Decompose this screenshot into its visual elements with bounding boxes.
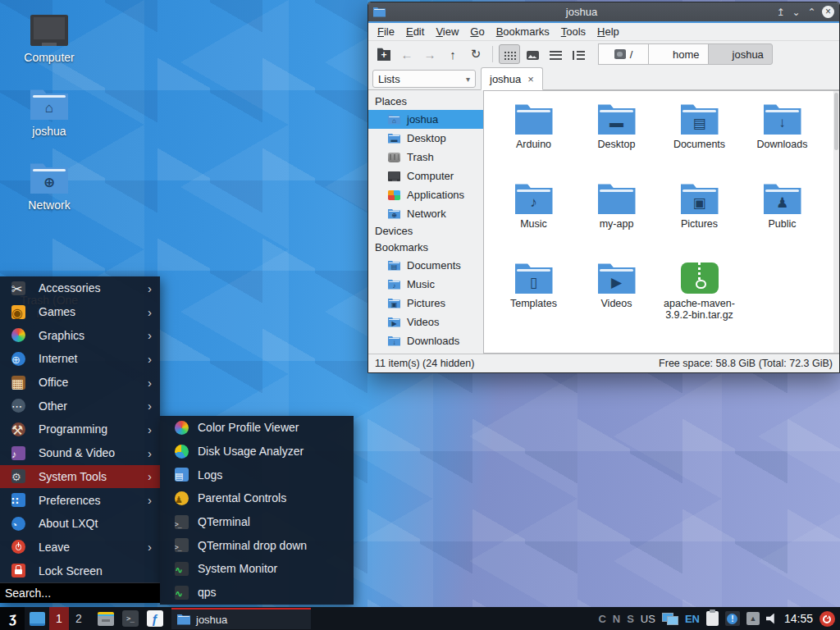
power-button[interactable]	[819, 611, 835, 627]
compact-view-button[interactable]	[545, 44, 566, 64]
sidebar-item-videos[interactable]: Videos	[368, 313, 483, 331]
menu-item-label: Games	[39, 305, 132, 318]
menu-item-graphics[interactable]: Graphics ›	[0, 323, 160, 347]
menu-item-system-tools[interactable]: System Tools ›	[0, 465, 160, 489]
sidebar-item-downloads[interactable]: Downloads	[368, 331, 483, 350]
menu-item-games[interactable]: Games ›	[0, 300, 160, 324]
sidebar-item-trash[interactable]: Trash	[368, 148, 483, 167]
file-templates[interactable]: Templates	[492, 255, 575, 335]
file-apache-maven[interactable]: apache-maven-3.9.2-bin.tar.gz	[658, 255, 741, 335]
up-button[interactable]	[442, 44, 463, 64]
file-music[interactable]: Music	[492, 176, 575, 255]
sidebar-item-desktop[interactable]: Desktop	[368, 129, 483, 148]
sidebar-item-pictures[interactable]: Pictures	[368, 294, 483, 313]
featherpad-launcher[interactable]: ƒ	[146, 610, 163, 628]
menu-item-programming[interactable]: Programming ›	[0, 418, 160, 441]
file-desktop[interactable]: Desktop	[575, 96, 658, 176]
menubar-file[interactable]: File	[372, 23, 400, 40]
path-joshua-button[interactable]: joshua	[708, 43, 773, 65]
qterminal-launcher[interactable]: >_	[121, 610, 139, 628]
menubar-help[interactable]: Help	[591, 23, 625, 40]
workspace-1-button[interactable]: 1	[49, 607, 69, 630]
new-tab-button[interactable]	[373, 44, 395, 64]
window-titlebar[interactable]: joshua ↥ ⌄ ⌃ ×	[368, 2, 839, 21]
tray-expand-icon[interactable]: ▲	[746, 612, 760, 625]
sidebar-item-documents[interactable]: Documents	[368, 256, 483, 275]
toolbar-nav-group	[373, 44, 486, 64]
path-home-button[interactable]: home	[648, 43, 709, 65]
scrollbar-thumb[interactable]	[834, 93, 838, 150]
icon-view-button[interactable]	[499, 44, 520, 64]
submenu-item-parental-controls[interactable]: Parental Controls	[160, 486, 354, 510]
desktop-icon-network[interactable]: Network	[10, 162, 89, 212]
notification-icon[interactable]	[725, 611, 740, 626]
sidebar-item-joshua[interactable]: joshua	[368, 110, 483, 129]
forward-button[interactable]	[419, 44, 441, 64]
keyboard-layout-indicator[interactable]: US	[641, 613, 655, 625]
maximize-button[interactable]: ⌃	[804, 7, 819, 18]
menu-item-leave[interactable]: Leave ›	[0, 536, 160, 559]
task-label: joshua	[196, 614, 227, 626]
tab-close-icon[interactable]: ×	[527, 73, 534, 85]
menu-item-lock-screen[interactable]: Lock Screen	[0, 559, 160, 582]
menu-search-input[interactable]	[0, 587, 160, 600]
submenu-item-label: Color Profile Viewer	[198, 421, 345, 434]
side-panel-mode-select[interactable]: Lists ▾	[372, 70, 476, 88]
submenu-item-system-monitor[interactable]: System Monitor	[160, 557, 354, 581]
menu-item-office[interactable]: Office ›	[0, 371, 160, 395]
file-pictures[interactable]: Pictures	[658, 176, 741, 255]
submenu-item-qterminal-drop-down[interactable]: QTerminal drop down	[160, 533, 354, 557]
menu-item-other[interactable]: Other ›	[0, 394, 160, 418]
submenu-item-color-profile-viewer[interactable]: Color Profile Viewer	[160, 416, 354, 440]
main-menu-button[interactable]: ʒ	[0, 607, 25, 630]
clipboard-icon[interactable]	[706, 611, 719, 626]
close-button[interactable]: ×	[822, 6, 834, 18]
folder-home-icon	[30, 89, 68, 120]
file-arduino[interactable]: Arduino	[492, 96, 575, 176]
submenu-item-qterminal[interactable]: QTerminal	[160, 510, 354, 534]
file-public[interactable]: Public	[741, 176, 824, 255]
file-documents[interactable]: Documents	[658, 96, 741, 176]
menubar-tools[interactable]: Tools	[555, 23, 591, 40]
menubar-view[interactable]: View	[430, 23, 464, 40]
minimize-button[interactable]: ⌄	[788, 7, 804, 18]
menu-item-accessories[interactable]: Accessories ›	[0, 276, 160, 300]
tab-bar: Lists ▾ joshua ×	[368, 67, 839, 90]
sidebar-item-computer[interactable]: Computer	[368, 167, 483, 185]
file-manager-launcher[interactable]	[97, 610, 114, 628]
submenu-item-qps[interactable]: qps	[160, 581, 354, 605]
sidebar-item-network[interactable]: Network	[368, 204, 483, 223]
volume-icon[interactable]	[766, 614, 778, 624]
scrollbar[interactable]	[833, 91, 839, 353]
display-settings-icon[interactable]	[662, 613, 678, 625]
language-indicator[interactable]: EN	[685, 613, 700, 625]
menu-item-preferences[interactable]: Preferences ›	[0, 488, 160, 512]
submenu-item-logs[interactable]: Logs	[160, 463, 354, 486]
menubar-bookmarks[interactable]: Bookmarks	[491, 23, 555, 40]
menu-item-sound-video[interactable]: Sound & Video ›	[0, 441, 160, 465]
workspace-2-button[interactable]: 2	[69, 607, 89, 630]
taskbar-task-joshua[interactable]: joshua	[171, 608, 311, 629]
menubar-go[interactable]: Go	[464, 23, 490, 40]
menubar-edit[interactable]: Edit	[400, 23, 430, 40]
back-button[interactable]	[396, 44, 418, 64]
path-root-button[interactable]: /	[598, 43, 649, 65]
file-videos[interactable]: Videos	[575, 255, 658, 335]
sidebar-item-music[interactable]: Music	[368, 275, 483, 294]
submenu-item-disk-usage-analyzer[interactable]: Disk Usage Analyzer	[160, 440, 354, 463]
refresh-button[interactable]	[465, 44, 486, 64]
tab-joshua[interactable]: joshua ×	[481, 67, 543, 90]
thumbnail-view-button[interactable]	[522, 44, 543, 64]
menu-item-internet[interactable]: Internet ›	[0, 347, 160, 371]
file-view[interactable]: Arduino Desktop Documents Downloads Musi…	[483, 90, 839, 354]
desktop-icon-joshua[interactable]: joshua	[10, 89, 89, 138]
detailed-view-button[interactable]	[568, 44, 589, 64]
file-downloads[interactable]: Downloads	[741, 96, 824, 176]
desktop-pager[interactable]	[25, 607, 49, 630]
sidebar-item-applications[interactable]: Applications	[368, 185, 483, 204]
clock[interactable]: 14:55	[784, 612, 813, 625]
menu-item-about-lxqt[interactable]: About LXQt	[0, 512, 160, 536]
shade-window-button[interactable]: ↥	[773, 7, 788, 18]
file-my-app[interactable]: my-app	[575, 176, 658, 255]
desktop-icon-computer[interactable]: Computer	[10, 15, 89, 64]
